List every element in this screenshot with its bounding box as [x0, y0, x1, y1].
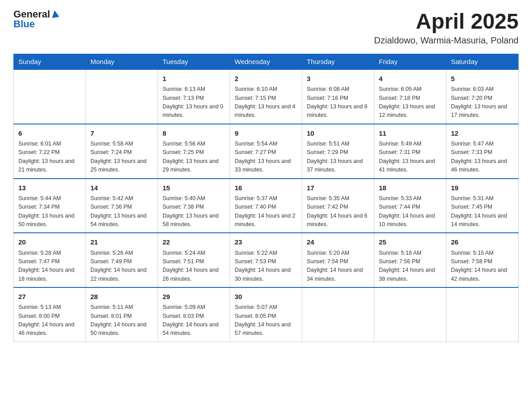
header-wednesday: Wednesday [230, 54, 302, 70]
header-friday: Friday [374, 54, 446, 70]
day-info: Sunrise: 5:33 AMSunset: 7:44 PMDaylight:… [379, 194, 442, 229]
day-info: Sunrise: 6:01 AMSunset: 7:22 PMDaylight:… [18, 140, 81, 175]
day-number: 5 [451, 73, 514, 84]
day-number: 19 [451, 183, 514, 193]
day-info: Sunrise: 5:09 AMSunset: 8:03 PMDaylight:… [163, 303, 225, 338]
calendar-cell-w4-d1: 20Sunrise: 5:28 AMSunset: 7:47 PMDayligh… [14, 233, 86, 287]
page-subtitle: Dzialdowo, Warmia-Masuria, Poland [374, 35, 519, 46]
header-saturday: Saturday [446, 54, 519, 70]
calendar-cell-w1-d7: 5Sunrise: 6:03 AMSunset: 7:20 PMDaylight… [446, 69, 519, 124]
logo: General Blue [13, 9, 59, 30]
calendar-cell-w4-d4: 23Sunrise: 5:22 AMSunset: 7:53 PMDayligh… [230, 233, 302, 287]
header-tuesday: Tuesday [158, 54, 230, 70]
header-monday: Monday [86, 54, 158, 70]
day-number: 29 [163, 291, 225, 302]
day-number: 9 [235, 128, 297, 138]
day-info: Sunrise: 5:40 AMSunset: 7:38 PMDaylight:… [163, 194, 225, 229]
day-info: Sunrise: 6:08 AMSunset: 7:16 PMDaylight:… [307, 85, 369, 120]
day-info: Sunrise: 5:47 AMSunset: 7:33 PMDaylight:… [451, 140, 514, 175]
day-info: Sunrise: 5:56 AMSunset: 7:25 PMDaylight:… [163, 140, 225, 175]
day-number: 6 [18, 128, 81, 138]
day-number: 17 [307, 183, 369, 193]
title-block: April 2025 Dzialdowo, Warmia-Masuria, Po… [374, 9, 519, 46]
day-number: 8 [163, 128, 225, 138]
calendar-cell-w4-d7: 26Sunrise: 5:15 AMSunset: 7:58 PMDayligh… [446, 233, 519, 287]
page-header: General Blue April 2025 Dzialdowo, Warmi… [13, 9, 519, 46]
day-info: Sunrise: 5:51 AMSunset: 7:29 PMDaylight:… [307, 140, 369, 175]
calendar-body: 1Sunrise: 6:13 AMSunset: 7:13 PMDaylight… [14, 69, 519, 342]
calendar-cell-w5-d4: 30Sunrise: 5:07 AMSunset: 8:05 PMDayligh… [230, 287, 302, 342]
calendar-cell-w4-d6: 25Sunrise: 5:18 AMSunset: 7:56 PMDayligh… [374, 233, 446, 287]
calendar-cell-w5-d1: 27Sunrise: 5:13 AMSunset: 8:00 PMDayligh… [14, 287, 86, 342]
calendar-table: SundayMondayTuesdayWednesdayThursdayFrid… [13, 54, 519, 342]
day-info: Sunrise: 5:13 AMSunset: 8:00 PMDaylight:… [18, 303, 81, 338]
day-number: 4 [379, 73, 442, 84]
day-number: 28 [90, 291, 153, 302]
calendar-cell-w3-d3: 15Sunrise: 5:40 AMSunset: 7:38 PMDayligh… [158, 179, 230, 233]
calendar-cell-w2-d2: 7Sunrise: 5:58 AMSunset: 7:24 PMDaylight… [86, 124, 158, 179]
calendar-cell-w5-d2: 28Sunrise: 5:11 AMSunset: 8:01 PMDayligh… [86, 287, 158, 342]
day-number: 3 [307, 73, 369, 84]
day-info: Sunrise: 6:05 AMSunset: 7:18 PMDaylight:… [379, 85, 442, 120]
calendar-cell-w2-d6: 11Sunrise: 5:49 AMSunset: 7:31 PMDayligh… [374, 124, 446, 179]
calendar-cell-w1-d3: 1Sunrise: 6:13 AMSunset: 7:13 PMDaylight… [158, 69, 230, 124]
calendar-cell-w4-d5: 24Sunrise: 5:20 AMSunset: 7:54 PMDayligh… [302, 233, 374, 287]
calendar-cell-w2-d5: 10Sunrise: 5:51 AMSunset: 7:29 PMDayligh… [302, 124, 374, 179]
day-number: 20 [18, 237, 81, 247]
calendar-cell-w5-d3: 29Sunrise: 5:09 AMSunset: 8:03 PMDayligh… [158, 287, 230, 342]
day-number: 22 [163, 237, 225, 247]
day-info: Sunrise: 5:42 AMSunset: 7:36 PMDaylight:… [90, 194, 153, 229]
day-number: 21 [90, 237, 153, 247]
calendar-header-row: SundayMondayTuesdayWednesdayThursdayFrid… [14, 54, 519, 70]
day-info: Sunrise: 5:37 AMSunset: 7:40 PMDaylight:… [235, 194, 297, 229]
calendar-cell-w3-d5: 17Sunrise: 5:35 AMSunset: 7:42 PMDayligh… [302, 179, 374, 233]
calendar-week-2: 6Sunrise: 6:01 AMSunset: 7:22 PMDaylight… [14, 124, 519, 179]
day-info: Sunrise: 5:22 AMSunset: 7:53 PMDaylight:… [235, 249, 297, 284]
day-number: 25 [379, 237, 442, 247]
day-number: 11 [379, 128, 442, 138]
day-info: Sunrise: 6:03 AMSunset: 7:20 PMDaylight:… [451, 85, 514, 120]
day-info: Sunrise: 5:28 AMSunset: 7:47 PMDaylight:… [18, 249, 81, 284]
calendar-cell-w1-d4: 2Sunrise: 6:10 AMSunset: 7:15 PMDaylight… [230, 69, 302, 124]
calendar-cell-w1-d5: 3Sunrise: 6:08 AMSunset: 7:16 PMDaylight… [302, 69, 374, 124]
calendar-header: SundayMondayTuesdayWednesdayThursdayFrid… [14, 54, 519, 70]
calendar-cell-w2-d7: 12Sunrise: 5:47 AMSunset: 7:33 PMDayligh… [446, 124, 519, 179]
day-info: Sunrise: 5:15 AMSunset: 7:58 PMDaylight:… [451, 249, 514, 284]
day-number: 7 [90, 128, 153, 138]
calendar-cell-w5-d7 [446, 287, 519, 342]
day-number: 1 [163, 73, 225, 84]
header-thursday: Thursday [302, 54, 374, 70]
calendar-cell-w3-d4: 16Sunrise: 5:37 AMSunset: 7:40 PMDayligh… [230, 179, 302, 233]
day-number: 27 [18, 291, 81, 302]
calendar-cell-w2-d1: 6Sunrise: 6:01 AMSunset: 7:22 PMDaylight… [14, 124, 86, 179]
day-info: Sunrise: 5:26 AMSunset: 7:49 PMDaylight:… [90, 249, 153, 284]
calendar-cell-w4-d2: 21Sunrise: 5:26 AMSunset: 7:49 PMDayligh… [86, 233, 158, 287]
day-info: Sunrise: 6:10 AMSunset: 7:15 PMDaylight:… [235, 85, 297, 120]
calendar-cell-w1-d6: 4Sunrise: 6:05 AMSunset: 7:18 PMDaylight… [374, 69, 446, 124]
day-number: 15 [163, 183, 225, 193]
day-number: 12 [451, 128, 514, 138]
day-number: 13 [18, 183, 81, 193]
calendar-cell-w3-d6: 18Sunrise: 5:33 AMSunset: 7:44 PMDayligh… [374, 179, 446, 233]
day-number: 14 [90, 183, 153, 193]
calendar-cell-w1-d1 [14, 69, 86, 124]
day-info: Sunrise: 5:49 AMSunset: 7:31 PMDaylight:… [379, 140, 442, 175]
day-info: Sunrise: 6:13 AMSunset: 7:13 PMDaylight:… [163, 85, 225, 120]
day-info: Sunrise: 5:31 AMSunset: 7:45 PMDaylight:… [451, 194, 514, 229]
day-number: 18 [379, 183, 442, 193]
day-number: 23 [235, 237, 297, 247]
day-number: 2 [235, 73, 297, 84]
day-info: Sunrise: 5:20 AMSunset: 7:54 PMDaylight:… [307, 249, 369, 284]
day-number: 30 [235, 291, 297, 302]
day-info: Sunrise: 5:44 AMSunset: 7:34 PMDaylight:… [18, 194, 81, 229]
calendar-cell-w5-d6 [374, 287, 446, 342]
day-info: Sunrise: 5:35 AMSunset: 7:42 PMDaylight:… [307, 194, 369, 229]
calendar-cell-w2-d3: 8Sunrise: 5:56 AMSunset: 7:25 PMDaylight… [158, 124, 230, 179]
calendar-week-3: 13Sunrise: 5:44 AMSunset: 7:34 PMDayligh… [14, 179, 519, 233]
day-number: 24 [307, 237, 369, 247]
calendar-cell-w3-d7: 19Sunrise: 5:31 AMSunset: 7:45 PMDayligh… [446, 179, 519, 233]
day-number: 10 [307, 128, 369, 138]
day-info: Sunrise: 5:18 AMSunset: 7:56 PMDaylight:… [379, 249, 442, 284]
header-sunday: Sunday [14, 54, 86, 70]
day-info: Sunrise: 5:58 AMSunset: 7:24 PMDaylight:… [90, 140, 153, 175]
